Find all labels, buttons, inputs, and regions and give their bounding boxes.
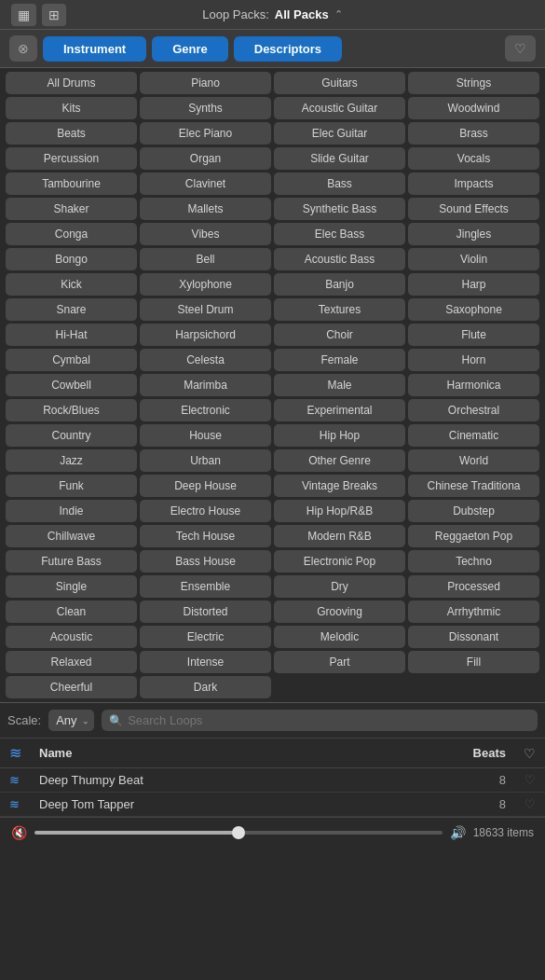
filter-button[interactable]: Bass xyxy=(274,173,405,195)
tab-descriptors[interactable]: Descriptors xyxy=(234,36,342,62)
filter-button[interactable]: Conga xyxy=(6,223,137,245)
filter-button[interactable]: Experimental xyxy=(274,399,405,421)
volume-min-icon[interactable]: 🔇 xyxy=(11,825,27,840)
filter-button[interactable]: Funk xyxy=(6,475,137,497)
search-wrapper[interactable]: 🔍 xyxy=(102,710,538,731)
filter-button[interactable]: Bass House xyxy=(140,550,271,573)
filter-button[interactable]: Marimba xyxy=(140,374,271,396)
filter-button[interactable]: Hip Hop/R&B xyxy=(274,500,405,522)
close-button[interactable]: ⊗ xyxy=(9,35,37,62)
filter-button[interactable]: Cowbell xyxy=(6,374,137,396)
filter-button[interactable]: Male xyxy=(274,374,405,396)
filter-button[interactable]: Piano xyxy=(140,72,271,94)
filter-button[interactable]: Single xyxy=(6,575,137,598)
filter-button[interactable]: Orchestral xyxy=(408,399,539,421)
filter-button[interactable]: Chinese Traditiona xyxy=(408,475,539,497)
volume-slider[interactable] xyxy=(34,831,443,835)
filter-button[interactable]: Grooving xyxy=(274,600,405,623)
filter-button[interactable]: Intense xyxy=(140,651,271,673)
filter-button[interactable]: Processed xyxy=(408,575,539,598)
filter-button[interactable]: Synths xyxy=(140,97,271,119)
filter-button[interactable]: Xylophone xyxy=(140,273,271,296)
col-name-header[interactable]: Name xyxy=(39,746,443,760)
filter-button[interactable]: Ensemble xyxy=(140,575,271,598)
filter-button[interactable]: Jazz xyxy=(6,449,137,472)
filter-button[interactable]: Slide Guitar xyxy=(274,147,405,170)
list-view-button[interactable]: ⊞ xyxy=(42,4,66,26)
filter-button[interactable]: Female xyxy=(274,349,405,371)
filter-button[interactable]: Future Bass xyxy=(6,550,137,573)
filter-button[interactable]: Shaker xyxy=(6,198,137,220)
filter-button[interactable]: Tambourine xyxy=(6,173,137,195)
filter-button[interactable]: Part xyxy=(274,651,405,673)
filter-button[interactable]: Flute xyxy=(408,324,539,346)
filter-button[interactable]: Urban xyxy=(140,449,271,472)
filter-button[interactable]: Horn xyxy=(408,349,539,371)
filter-button[interactable]: Synthetic Bass xyxy=(274,198,405,220)
filter-button[interactable]: Vibes xyxy=(140,223,271,245)
filter-button[interactable]: Woodwind xyxy=(408,97,539,119)
search-input[interactable] xyxy=(128,713,530,727)
filter-button[interactable]: Banjo xyxy=(274,273,405,296)
filter-button[interactable]: Elec Bass xyxy=(274,223,405,245)
filter-button[interactable]: Electric xyxy=(140,626,271,648)
filter-button[interactable]: Vocals xyxy=(408,147,539,170)
filter-button[interactable]: Fill xyxy=(408,651,539,673)
filter-button[interactable]: Chillwave xyxy=(6,525,137,547)
filter-button[interactable]: Organ xyxy=(140,147,271,170)
filter-button[interactable]: Tech House xyxy=(140,525,271,547)
scale-select[interactable]: Any CC#DD# EFF#G G#AA#B xyxy=(48,710,94,731)
filter-button[interactable]: House xyxy=(140,424,271,447)
filter-button[interactable]: Hip Hop xyxy=(274,424,405,447)
filter-button[interactable]: Strings xyxy=(408,72,539,94)
filter-button[interactable]: Snare xyxy=(6,298,137,321)
filter-button[interactable]: Harpsichord xyxy=(140,324,271,346)
filter-button[interactable]: Dubstep xyxy=(408,500,539,522)
loop-packs-selector[interactable]: Loop Packs: All Packs ⌃ xyxy=(202,7,342,21)
filter-button[interactable]: All Drums xyxy=(6,72,137,94)
filter-button[interactable]: Cheerful xyxy=(6,676,137,698)
table-row[interactable]: ≋ Deep Thumpy Beat 8 ♡ xyxy=(0,768,545,793)
filter-button[interactable]: Beats xyxy=(6,122,137,145)
filter-button[interactable]: Elec Guitar xyxy=(274,122,405,145)
filter-button[interactable]: Bell xyxy=(140,248,271,270)
filter-button[interactable]: Clavinet xyxy=(140,173,271,195)
filter-button[interactable]: Brass xyxy=(408,122,539,145)
filter-button[interactable]: Elec Piano xyxy=(140,122,271,145)
filter-button[interactable]: Kits xyxy=(6,97,137,119)
filter-button[interactable]: Clean xyxy=(6,600,137,623)
filter-button[interactable]: Violin xyxy=(408,248,539,270)
filter-button[interactable]: Cymbal xyxy=(6,349,137,371)
filter-button[interactable]: Vintage Breaks xyxy=(274,475,405,497)
filter-button[interactable]: World xyxy=(408,449,539,472)
filter-button[interactable]: Hi-Hat xyxy=(6,324,137,346)
filter-button[interactable]: Distorted xyxy=(140,600,271,623)
filter-button[interactable]: Sound Effects xyxy=(408,198,539,220)
filter-button[interactable]: Rock/Blues xyxy=(6,399,137,421)
filter-button[interactable]: Melodic xyxy=(274,626,405,648)
filter-button[interactable]: Country xyxy=(6,424,137,447)
filter-button[interactable]: Electro House xyxy=(140,500,271,522)
filter-button[interactable]: Deep House xyxy=(140,475,271,497)
tab-instrument[interactable]: Instrument xyxy=(43,36,146,62)
filter-button[interactable]: Electronic xyxy=(140,399,271,421)
filter-button[interactable]: Dry xyxy=(274,575,405,598)
filter-button[interactable]: Saxophone xyxy=(408,298,539,321)
filter-button[interactable]: Steel Drum xyxy=(140,298,271,321)
favorites-button[interactable]: ♡ xyxy=(505,35,536,62)
volume-max-icon[interactable]: 🔊 xyxy=(450,825,466,840)
filter-button[interactable]: Modern R&B xyxy=(274,525,405,547)
scale-selector[interactable]: Any CC#DD# EFF#G G#AA#B xyxy=(48,710,94,731)
filter-button[interactable]: Cinematic xyxy=(408,424,539,447)
filter-button[interactable]: Arrhythmic xyxy=(408,600,539,623)
filter-button[interactable]: Electronic Pop xyxy=(274,550,405,573)
col-beats-header[interactable]: Beats xyxy=(450,746,506,760)
filter-button[interactable]: Celesta xyxy=(140,349,271,371)
col-heart-header[interactable]: ♡ xyxy=(513,746,536,761)
filter-button[interactable]: Harmonica xyxy=(408,374,539,396)
filter-button[interactable]: Relaxed xyxy=(6,651,137,673)
filter-button[interactable]: Textures xyxy=(274,298,405,321)
filter-button[interactable]: Acoustic Guitar xyxy=(274,97,405,119)
filter-button[interactable]: Dark xyxy=(140,676,271,698)
filter-button[interactable]: Mallets xyxy=(140,198,271,220)
